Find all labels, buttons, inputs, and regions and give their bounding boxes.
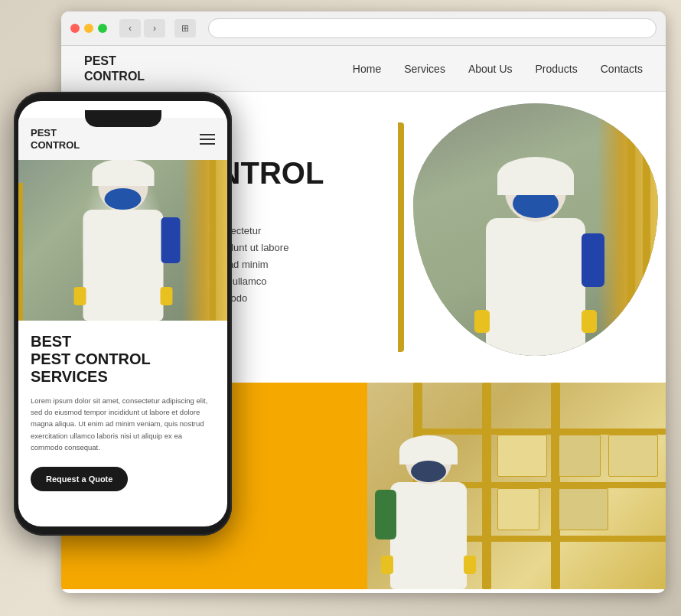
phone-yellow-stripe — [18, 183, 23, 321]
phone-hero-image — [18, 160, 227, 321]
logo-line2: CONTROL — [84, 70, 145, 83]
nav-products[interactable]: Products — [536, 63, 578, 75]
mobile-phone: PEST CONTROL — [14, 92, 232, 536]
phone-hero-bg — [18, 160, 227, 321]
nav-links: Home Services About Us Products Contacts — [353, 62, 643, 76]
phone-title-line2: PEST CONTROL — [31, 350, 151, 367]
nav-services[interactable]: Services — [404, 63, 445, 75]
yellow-accent-bar — [398, 122, 404, 352]
hamburger-line-1 — [200, 134, 215, 135]
hamburger-line-2 — [200, 139, 215, 140]
phone-logo-line2: CONTROL — [31, 139, 80, 151]
nav-contacts[interactable]: Contacts — [601, 63, 643, 75]
minimize-button[interactable] — [84, 24, 93, 33]
phone-logo-line1: PEST — [31, 127, 57, 139]
phone-notch — [85, 110, 161, 127]
hero-right — [398, 92, 666, 383]
phone-body-text: Lorem ipsum dolor sit amet, consectetur … — [31, 395, 215, 453]
browser-traffic-lights — [70, 24, 107, 33]
tab-grid-icon[interactable]: ⊞ — [174, 19, 196, 37]
request-quote-button[interactable]: Request a Quote — [31, 467, 128, 491]
forward-button[interactable]: › — [144, 19, 165, 37]
site-logo: PEST CONTROL — [84, 54, 145, 83]
phone-title-line3: SERVICES — [31, 368, 108, 385]
maximize-button[interactable] — [98, 24, 107, 33]
warehouse-image-area — [367, 383, 666, 589]
phone-screen: PEST CONTROL — [18, 101, 227, 526]
browser-navigation: ‹ › — [119, 19, 165, 37]
phone-logo: PEST CONTROL — [31, 127, 80, 151]
back-button[interactable]: ‹ — [119, 19, 141, 37]
hamburger-menu[interactable] — [200, 134, 215, 145]
hamburger-line-3 — [200, 143, 215, 145]
phone-hero-title: BEST PEST CONTROL SERVICES — [31, 333, 215, 386]
logo-line1: PEST — [84, 54, 116, 67]
browser-toolbar: ‹ › ⊞ — [61, 11, 666, 46]
phone-title-line1: BEST — [31, 333, 71, 350]
hero-worker-image — [413, 103, 658, 356]
warehouse-image — [367, 383, 666, 589]
url-bar[interactable] — [208, 18, 657, 38]
nav-about[interactable]: About Us — [468, 63, 513, 75]
site-nav: PEST CONTROL Home Services About Us Prod… — [61, 46, 666, 92]
phone-content-area: BEST PEST CONTROL SERVICES Lorem ipsum d… — [18, 321, 227, 504]
hero-image-inner — [413, 103, 658, 356]
nav-home[interactable]: Home — [353, 63, 381, 75]
close-button[interactable] — [70, 24, 80, 33]
